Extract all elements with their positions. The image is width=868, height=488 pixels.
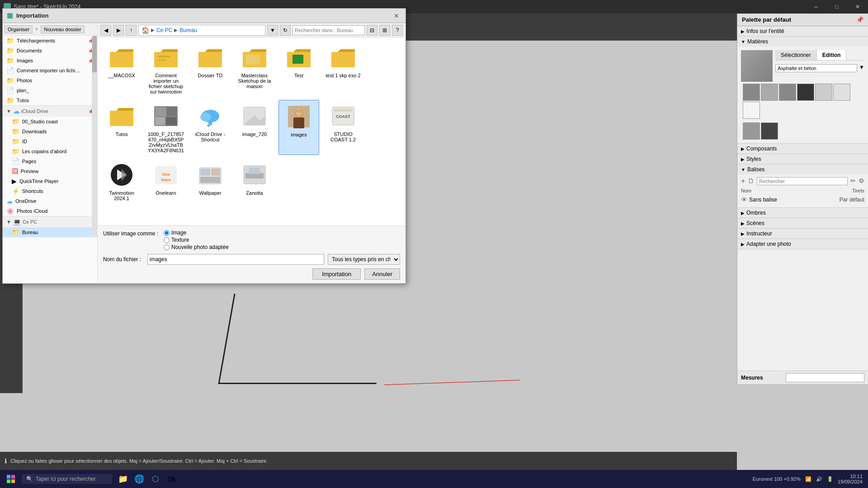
file-item-masterclass[interactable]: Masterclass Sketchup de la maison xyxy=(234,41,275,96)
view-toggle-btn1[interactable]: ⊟ xyxy=(367,25,377,36)
file-item-icloud-shortcut[interactable]: iCloud Drive - Shortcut xyxy=(190,100,231,155)
file-item-twinmotion[interactable]: Twinmotion 2024.1 xyxy=(101,159,142,203)
file-item-macosx[interactable]: __MACOSX xyxy=(101,41,142,96)
import-button[interactable]: Importation xyxy=(312,268,361,280)
nav-telechargements[interactable]: 📁 Téléchargements 📌 xyxy=(3,36,97,46)
settings-balise-btn[interactable]: ⚙ xyxy=(859,177,864,185)
radio-image[interactable]: Image xyxy=(164,230,229,236)
taskbar-sketchup[interactable]: ⬡ xyxy=(148,472,163,486)
infos-header[interactable]: ▶ Infos sur l'entité xyxy=(737,26,868,36)
nav-comment-importer[interactable]: 📄 Comment importer un fichier sketchu xyxy=(3,66,97,75)
path-dropdown-button[interactable]: ▼ xyxy=(267,25,278,36)
nav-downloads[interactable]: 📁 Downloads xyxy=(3,127,97,136)
help-button[interactable]: ? xyxy=(392,25,403,36)
delete-balise-btn[interactable]: 🗋 xyxy=(748,177,754,185)
filename-input[interactable] xyxy=(147,254,324,265)
radio-input-nouvelle-photo[interactable] xyxy=(164,244,170,250)
start-button[interactable] xyxy=(2,472,20,486)
close-btn[interactable]: ✕ xyxy=(847,0,868,14)
file-item-tutos[interactable]: Tutos xyxy=(101,100,142,155)
matieres-header[interactable]: ▼ Matières xyxy=(737,37,868,47)
nav-onedrive[interactable]: ☁ OneDrive xyxy=(3,196,97,206)
swatch-9[interactable] xyxy=(761,122,778,140)
swatch-7[interactable] xyxy=(743,102,760,119)
nav-images[interactable]: 📁 Images 📌 xyxy=(3,56,97,66)
nav-scrollbar-thumb[interactable] xyxy=(92,36,97,72)
material-name-input[interactable] xyxy=(775,64,857,72)
nav-icloud-header[interactable]: ▼ ☁ iCloud Drive 📌 xyxy=(3,105,97,117)
nav-ce-pc-header[interactable]: ▼ 💻 Ce PC xyxy=(3,216,97,227)
nav-studio-coast[interactable]: 📁 00_Studio coast xyxy=(3,117,97,127)
minimize-btn[interactable]: ─ xyxy=(806,0,826,14)
maximize-btn[interactable]: □ xyxy=(826,0,847,14)
nav-shortcuts[interactable]: ⚡ Shortcuts xyxy=(3,186,97,196)
nouveau-dossier-button[interactable]: Nouveau dossier xyxy=(41,25,85,33)
nav-pages[interactable]: 📄 Pages xyxy=(3,156,97,166)
radio-input-image[interactable] xyxy=(164,230,170,236)
swatch-4[interactable] xyxy=(797,84,814,101)
material-tabs[interactable]: Sélectionner Edition xyxy=(775,50,864,61)
instructeur-header[interactable]: ▶ Instructeur xyxy=(737,229,868,239)
taskbar-store[interactable]: 🛍 xyxy=(165,472,179,486)
ombres-header[interactable]: ▶ Ombres xyxy=(737,208,868,218)
tab-selectionner[interactable]: Sélectionner xyxy=(775,50,817,60)
file-item-studio-coast[interactable]: COAST STUDIO COAST 1.2 xyxy=(323,100,363,155)
organiser-button[interactable]: Organiser xyxy=(5,25,33,33)
file-item-images[interactable]: images xyxy=(278,100,319,155)
dropdown-arrow[interactable]: ▼ xyxy=(859,64,864,70)
mesures-input[interactable] xyxy=(786,373,864,382)
composants-header[interactable]: ▶ Composants xyxy=(737,144,868,154)
nav-preview[interactable]: 🖼 Preview xyxy=(3,166,97,176)
file-item-dossier-td[interactable]: Dossier TD xyxy=(190,41,231,96)
file-item-image720[interactable]: image_720 xyxy=(234,100,275,155)
swatch-1[interactable] xyxy=(743,84,760,101)
adapter-header[interactable]: ▶ Adapter une photo xyxy=(737,239,868,249)
dialog-close-button[interactable]: ✕ xyxy=(391,10,402,21)
swatch-3[interactable] xyxy=(779,84,796,101)
path-ce-pc[interactable]: Ce PC xyxy=(156,27,172,33)
back-button[interactable]: ◀ xyxy=(100,25,111,36)
nav-bureau[interactable]: 📁 Bureau xyxy=(3,227,97,237)
nav-plan[interactable]: 📄 plan_ xyxy=(3,85,97,95)
filetype-select[interactable]: Tous les types pris en charge xyxy=(328,254,400,265)
window-controls[interactable]: ─ □ ✕ xyxy=(806,0,868,14)
file-item-onelearn[interactable]: One learn Onelearn xyxy=(146,159,186,203)
swatch-5[interactable] xyxy=(815,84,832,101)
radio-nouvelle-photo[interactable]: Nouvelle photo adaptée xyxy=(164,244,229,250)
search-input[interactable] xyxy=(292,25,365,35)
nav-les-copains[interactable]: 📁 Les copains d'abord xyxy=(3,146,97,156)
styles-header[interactable]: ▶ Styles xyxy=(737,154,868,164)
add-balise-btn[interactable]: + xyxy=(741,177,745,185)
nav-documents[interactable]: 📁 Documents 📌 xyxy=(3,46,97,56)
nav-scrollbar[interactable] xyxy=(92,36,97,235)
taskbar-chrome[interactable]: 🌐 xyxy=(132,472,146,486)
file-item-zanotta[interactable]: Zanotta xyxy=(234,159,275,203)
nav-photos-icloud[interactable]: 🌸 Photos iCloud xyxy=(3,206,97,216)
nav-id[interactable]: 📁 ID xyxy=(3,136,97,146)
swatch-8[interactable] xyxy=(743,122,760,140)
nav-tutos[interactable]: 📁 Tutos xyxy=(3,95,97,105)
file-item-comment[interactable]: Comment importer un fichier sketchup sur… xyxy=(146,41,186,96)
panel-pin-icon[interactable]: 📌 xyxy=(856,16,863,23)
balises-header[interactable]: ▼ Balises xyxy=(737,164,868,174)
file-item-wallpaper[interactable]: Wallpaper xyxy=(190,159,231,203)
refresh-button[interactable]: ↻ xyxy=(280,25,291,36)
nav-photos[interactable]: 📁 Photos xyxy=(3,75,97,85)
view-toggle-btn2[interactable]: ⊞ xyxy=(379,25,390,36)
cancel-button[interactable]: Annuler xyxy=(364,268,400,280)
up-button[interactable]: ↑ xyxy=(126,25,137,36)
radio-input-texture[interactable] xyxy=(164,237,170,243)
forward-button[interactable]: ▶ xyxy=(113,25,124,36)
radio-texture[interactable]: Texture xyxy=(164,237,229,243)
file-item-test1[interactable]: test 1 skp exo 2 xyxy=(323,41,363,96)
path-bureau[interactable]: Bureau xyxy=(179,27,197,33)
organiser-arrow[interactable]: ▼ xyxy=(34,27,39,32)
edit-balise-btn[interactable]: ✏ xyxy=(850,177,856,185)
nav-quicktime[interactable]: ▶ QuickTime Player xyxy=(3,176,97,186)
file-item-test[interactable]: Test xyxy=(278,41,319,96)
swatch-2[interactable] xyxy=(761,84,778,101)
balise-search[interactable] xyxy=(757,177,848,185)
taskbar-file-explorer[interactable]: 📁 xyxy=(116,472,130,486)
tab-edition[interactable]: Edition xyxy=(817,50,847,60)
balise-eye-icon[interactable]: 👁 xyxy=(741,196,747,203)
